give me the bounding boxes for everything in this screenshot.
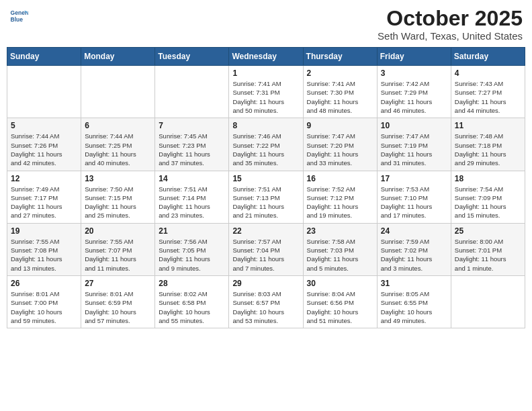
day-info: Sunrise: 7:45 AMSunset: 7:23 PMDaylight:…	[159, 132, 225, 167]
svg-text:Blue: Blue	[11, 16, 24, 23]
calendar-week-3: 12Sunrise: 7:49 AMSunset: 7:17 PMDayligh…	[7, 171, 525, 223]
day-info: Sunrise: 7:43 AMSunset: 7:27 PMDaylight:…	[455, 79, 521, 115]
day-number: 16	[307, 174, 373, 183]
page-header: General Blue October 2025 Seth Ward, Tex…	[7, 7, 525, 42]
weekday-header-row: SundayMondayTuesdayWednesdayThursdayFrid…	[7, 48, 525, 66]
logo: General Blue	[9, 7, 28, 26]
day-info: Sunrise: 7:55 AMSunset: 7:07 PMDaylight:…	[85, 237, 151, 273]
calendar-cell: 1Sunrise: 7:41 AMSunset: 7:31 PMDaylight…	[229, 66, 303, 118]
day-info: Sunrise: 7:59 AMSunset: 7:02 PMDaylight:…	[381, 237, 447, 273]
calendar-cell: 15Sunrise: 7:51 AMSunset: 7:13 PMDayligh…	[229, 171, 303, 223]
day-info: Sunrise: 7:41 AMSunset: 7:30 PMDaylight:…	[307, 79, 373, 115]
calendar-cell: 14Sunrise: 7:51 AMSunset: 7:14 PMDayligh…	[155, 171, 229, 223]
calendar-cell: 28Sunrise: 8:02 AMSunset: 6:58 PMDayligh…	[155, 275, 229, 328]
calendar-cell: 8Sunrise: 7:46 AMSunset: 7:22 PMDaylight…	[229, 118, 303, 171]
calendar-cell	[81, 66, 155, 118]
calendar-cell: 16Sunrise: 7:52 AMSunset: 7:12 PMDayligh…	[303, 171, 377, 223]
day-info: Sunrise: 7:49 AMSunset: 7:17 PMDaylight:…	[11, 185, 77, 220]
day-number: 14	[159, 174, 225, 183]
calendar-cell: 11Sunrise: 7:48 AMSunset: 7:18 PMDayligh…	[451, 118, 525, 171]
month-title: October 2025	[378, 7, 523, 30]
weekday-header-monday: Monday	[81, 48, 155, 66]
day-number: 25	[455, 226, 521, 236]
day-info: Sunrise: 8:01 AMSunset: 6:59 PMDaylight:…	[85, 289, 151, 325]
day-info: Sunrise: 7:44 AMSunset: 7:26 PMDaylight:…	[11, 132, 77, 167]
calendar-cell: 26Sunrise: 8:01 AMSunset: 7:00 PMDayligh…	[7, 275, 81, 328]
calendar-cell: 5Sunrise: 7:44 AMSunset: 7:26 PMDaylight…	[7, 118, 81, 171]
calendar-cell: 29Sunrise: 8:03 AMSunset: 6:57 PMDayligh…	[229, 275, 303, 328]
calendar-cell: 2Sunrise: 7:41 AMSunset: 7:30 PMDaylight…	[303, 66, 377, 118]
calendar-week-2: 5Sunrise: 7:44 AMSunset: 7:26 PMDaylight…	[7, 118, 525, 171]
calendar-cell: 4Sunrise: 7:43 AMSunset: 7:27 PMDaylight…	[451, 66, 525, 118]
day-number: 7	[159, 121, 225, 130]
day-info: Sunrise: 7:56 AMSunset: 7:05 PMDaylight:…	[159, 237, 225, 273]
day-number: 10	[381, 121, 447, 130]
calendar-cell	[7, 66, 81, 118]
calendar-table: SundayMondayTuesdayWednesdayThursdayFrid…	[7, 47, 525, 328]
day-info: Sunrise: 7:51 AMSunset: 7:13 PMDaylight:…	[232, 185, 299, 220]
weekday-header-sunday: Sunday	[7, 48, 81, 66]
calendar-cell: 31Sunrise: 8:05 AMSunset: 6:55 PMDayligh…	[377, 275, 451, 328]
day-number: 5	[11, 121, 77, 130]
calendar-cell: 30Sunrise: 8:04 AMSunset: 6:56 PMDayligh…	[303, 275, 377, 328]
day-info: Sunrise: 8:05 AMSunset: 6:55 PMDaylight:…	[381, 289, 447, 325]
day-number: 30	[307, 279, 373, 288]
day-number: 20	[85, 226, 151, 236]
day-number: 24	[381, 226, 447, 236]
calendar-cell: 20Sunrise: 7:55 AMSunset: 7:07 PMDayligh…	[81, 223, 155, 275]
calendar-cell: 7Sunrise: 7:45 AMSunset: 7:23 PMDaylight…	[155, 118, 229, 171]
day-number: 3	[381, 68, 447, 78]
day-info: Sunrise: 7:53 AMSunset: 7:10 PMDaylight:…	[381, 185, 447, 220]
day-number: 26	[11, 279, 77, 288]
day-number: 22	[232, 226, 299, 236]
day-number: 23	[307, 226, 373, 236]
calendar-cell: 27Sunrise: 8:01 AMSunset: 6:59 PMDayligh…	[81, 275, 155, 328]
day-number: 8	[232, 121, 299, 130]
weekday-header-thursday: Thursday	[303, 48, 377, 66]
calendar-cell: 17Sunrise: 7:53 AMSunset: 7:10 PMDayligh…	[377, 171, 451, 223]
calendar-cell: 13Sunrise: 7:50 AMSunset: 7:15 PMDayligh…	[81, 171, 155, 223]
calendar-cell	[451, 275, 525, 328]
calendar-cell	[155, 66, 229, 118]
day-info: Sunrise: 8:03 AMSunset: 6:57 PMDaylight:…	[232, 289, 299, 325]
weekday-header-tuesday: Tuesday	[155, 48, 229, 66]
calendar-cell: 25Sunrise: 8:00 AMSunset: 7:01 PMDayligh…	[451, 223, 525, 275]
calendar-cell: 22Sunrise: 7:57 AMSunset: 7:04 PMDayligh…	[229, 223, 303, 275]
day-number: 21	[159, 226, 225, 236]
day-info: Sunrise: 8:04 AMSunset: 6:56 PMDaylight:…	[307, 289, 373, 325]
title-block: October 2025 Seth Ward, Texas, United St…	[378, 7, 523, 42]
day-info: Sunrise: 8:02 AMSunset: 6:58 PMDaylight:…	[159, 289, 225, 325]
logo-icon: General Blue	[9, 7, 28, 26]
day-number: 19	[11, 226, 77, 236]
day-info: Sunrise: 7:47 AMSunset: 7:20 PMDaylight:…	[307, 132, 373, 167]
calendar-cell: 6Sunrise: 7:44 AMSunset: 7:25 PMDaylight…	[81, 118, 155, 171]
calendar-week-4: 19Sunrise: 7:55 AMSunset: 7:08 PMDayligh…	[7, 223, 525, 275]
day-number: 11	[455, 121, 521, 130]
day-info: Sunrise: 7:51 AMSunset: 7:14 PMDaylight:…	[159, 185, 225, 220]
day-number: 1	[232, 68, 299, 78]
calendar-cell: 12Sunrise: 7:49 AMSunset: 7:17 PMDayligh…	[7, 171, 81, 223]
day-number: 28	[159, 279, 225, 288]
day-number: 4	[455, 68, 521, 78]
day-number: 2	[307, 68, 373, 78]
calendar-cell: 21Sunrise: 7:56 AMSunset: 7:05 PMDayligh…	[155, 223, 229, 275]
weekday-header-wednesday: Wednesday	[229, 48, 303, 66]
calendar-cell: 3Sunrise: 7:42 AMSunset: 7:29 PMDaylight…	[377, 66, 451, 118]
day-number: 13	[85, 174, 151, 183]
day-number: 12	[11, 174, 77, 183]
day-info: Sunrise: 7:47 AMSunset: 7:19 PMDaylight:…	[381, 132, 447, 167]
calendar-week-1: 1Sunrise: 7:41 AMSunset: 7:31 PMDaylight…	[7, 66, 525, 118]
day-number: 15	[232, 174, 299, 183]
day-number: 18	[455, 174, 521, 183]
calendar-cell: 9Sunrise: 7:47 AMSunset: 7:20 PMDaylight…	[303, 118, 377, 171]
day-info: Sunrise: 7:55 AMSunset: 7:08 PMDaylight:…	[11, 237, 77, 273]
day-info: Sunrise: 7:50 AMSunset: 7:15 PMDaylight:…	[85, 185, 151, 220]
day-number: 17	[381, 174, 447, 183]
day-info: Sunrise: 8:01 AMSunset: 7:00 PMDaylight:…	[11, 289, 77, 325]
day-info: Sunrise: 7:48 AMSunset: 7:18 PMDaylight:…	[455, 132, 521, 167]
location-title: Seth Ward, Texas, United States	[378, 30, 523, 42]
day-info: Sunrise: 7:46 AMSunset: 7:22 PMDaylight:…	[232, 132, 299, 167]
day-info: Sunrise: 7:58 AMSunset: 7:03 PMDaylight:…	[307, 237, 373, 273]
weekday-header-friday: Friday	[377, 48, 451, 66]
weekday-header-saturday: Saturday	[451, 48, 525, 66]
